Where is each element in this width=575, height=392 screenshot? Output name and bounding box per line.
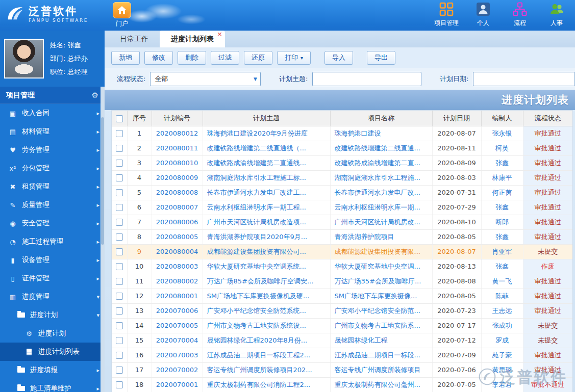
sidebar-item-lease[interactable]: ✖租赁管理▸ xyxy=(0,177,105,196)
row-checkbox[interactable] xyxy=(116,322,123,329)
row-checkbox[interactable] xyxy=(116,174,123,181)
tab-progress-plan-list[interactable]: 进度计划列表 × xyxy=(160,31,225,47)
plan-subject-link[interactable]: SM广场地下车库更换摄像机及硬... xyxy=(207,292,310,300)
row-checkbox[interactable] xyxy=(116,219,123,226)
row-checkbox[interactable] xyxy=(116,204,123,211)
row-checkbox[interactable] xyxy=(116,233,123,241)
sidebar-scrollbar[interactable] xyxy=(101,87,105,392)
plan-subject-link[interactable]: 晟铭园林绿化工程2020年8月份... xyxy=(207,336,308,344)
date-filter-input[interactable] xyxy=(473,72,575,86)
plan-subject-link[interactable]: 华软大厦研究基地中央空调系统... xyxy=(207,263,306,270)
table-row[interactable]: 72020080006广州市天河区统计局机房改造项...广州市天河区统计局机房改… xyxy=(112,215,572,229)
subject-filter-input[interactable] xyxy=(312,72,421,86)
table-row[interactable]: 152020070004晟铭园林绿化工程2020年8月份...晟铭园林绿化工程2… xyxy=(112,333,572,348)
table-row[interactable]: 62020080007云南水利枢纽潜明水库一期工程...云南水利枢纽潜明水库一期… xyxy=(112,200,572,215)
plan-subject-link[interactable]: 云南水利枢纽潜明水库一期工程... xyxy=(207,203,306,211)
plan-subject-link[interactable]: 广州市文物考古工地安防系统设... xyxy=(207,322,306,329)
import-button[interactable]: 导入 xyxy=(324,51,353,65)
row-checkbox[interactable] xyxy=(116,160,123,167)
plan-code-link[interactable]: 2020070005 xyxy=(156,322,198,329)
filter-button[interactable]: 过滤 xyxy=(211,51,239,65)
sidebar-scrollbar-thumb[interactable] xyxy=(101,117,104,245)
table-row[interactable]: 22020080011改建铁路线增建第二线直通线（...改建铁路线增建第二线直通… xyxy=(112,141,572,155)
row-checkbox[interactable] xyxy=(116,189,123,196)
nav-personal[interactable]: 个人 xyxy=(469,2,497,28)
row-checkbox[interactable] xyxy=(116,293,123,300)
sidebar-item-quality[interactable]: ✎质量管理▸ xyxy=(0,196,105,214)
portal-button[interactable]: 门户 xyxy=(110,2,134,28)
plan-code-link[interactable]: 2020080006 xyxy=(156,218,198,226)
plan-code-link[interactable]: 2020080001 xyxy=(156,292,198,300)
sidebar-item-progress-report[interactable]: 进度填报▸ xyxy=(0,361,105,379)
plan-subject-link[interactable]: 青海洪湖养护院项目2020年9月... xyxy=(207,233,308,241)
table-row[interactable]: 92020080004成都能源建设集团投资有限公司...成都能源建设集团投资有限… xyxy=(112,244,572,259)
sidebar-item-progress-plan-list[interactable]: 进度计划列表 xyxy=(0,343,105,361)
sidebar-item-progress-mgmt[interactable]: ▥进度管理▾ xyxy=(0,288,105,306)
plan-code-link[interactable]: 2020080004 xyxy=(156,248,198,255)
row-checkbox[interactable] xyxy=(116,367,123,374)
gear-icon[interactable]: ⚙ xyxy=(92,91,98,100)
nav-workflow[interactable]: 流程 xyxy=(506,2,534,28)
tab-daily-work[interactable]: 日常工作 xyxy=(109,31,160,47)
row-checkbox[interactable] xyxy=(116,278,123,285)
delete-button[interactable]: 删除 xyxy=(178,51,206,65)
table-row[interactable]: 42020080009湖南洞庭湖水库引水工程施工标...湖南洞庭湖水库引水工程施… xyxy=(112,170,572,185)
plan-code-link[interactable]: 2020080008 xyxy=(156,189,198,196)
restore-button[interactable]: 还原 xyxy=(244,51,272,65)
nav-hr[interactable]: 人事 xyxy=(542,2,571,28)
row-checkbox[interactable] xyxy=(116,352,123,359)
nav-project-management[interactable]: 项目管理 xyxy=(432,2,461,28)
table-row[interactable]: 32020080010改建铁路成渝线增建第二直通线...改建铁路成渝线增建第二直… xyxy=(112,155,572,170)
sidebar-item-construction-process[interactable]: ◔施工过程管理▸ xyxy=(0,232,105,251)
plan-code-link[interactable]: 2020080009 xyxy=(156,174,198,181)
table-row[interactable]: 182020070001重庆太极制药有限公司消防工程2...重庆太极制药有限公司… xyxy=(112,377,572,392)
close-icon[interactable]: × xyxy=(217,31,222,37)
sidebar-item-labor[interactable]: ♥劳务管理▸ xyxy=(0,141,105,159)
plan-subject-link[interactable]: 广州市天河区统计局机房改造项... xyxy=(207,218,306,226)
table-row[interactable]: 112020080002万达广场85#会所及咖啡厅空调安...万达广场35#会所… xyxy=(112,274,572,289)
plan-subject-link[interactable]: 客运专线广州调度所装修项目202... xyxy=(207,366,312,374)
plan-code-link[interactable]: 2020070006 xyxy=(156,307,198,315)
plan-subject-link[interactable]: 江苏成品油二期项目一标段工程2... xyxy=(207,351,311,359)
status-filter-select[interactable]: 全部 ▼ xyxy=(150,72,261,86)
sidebar-item-income-contract[interactable]: ▣收入合同▸ xyxy=(0,104,105,122)
plan-code-link[interactable]: 2020080005 xyxy=(156,233,198,241)
row-checkbox[interactable] xyxy=(116,307,123,315)
sidebar-item-safety[interactable]: ◉安全管理▸ xyxy=(0,214,105,232)
add-button[interactable]: 新增 xyxy=(111,51,140,65)
table-row[interactable]: 172020070002客运专线广州调度所装修项目202...客运专线广州调度所… xyxy=(112,362,572,377)
table-row[interactable]: 142020070005广州市文物考古工地安防系统设...广州市文物考古工地安防… xyxy=(112,318,572,333)
plan-code-link[interactable]: 2020080003 xyxy=(156,263,198,270)
plan-code-link[interactable]: 2020070002 xyxy=(156,366,198,374)
print-button[interactable]: 打印▾ xyxy=(277,51,311,65)
plan-code-link[interactable]: 2020080010 xyxy=(156,159,198,167)
sidebar-item-progress-plan[interactable]: ⚙进度计划 xyxy=(0,324,105,343)
row-checkbox[interactable] xyxy=(116,263,123,270)
plan-code-link[interactable]: 2020080002 xyxy=(156,277,198,285)
modify-button[interactable]: 修改 xyxy=(144,51,173,65)
plan-subject-link[interactable]: 珠海鹤港口建设2020年9月份进度 xyxy=(207,129,308,137)
table-row[interactable]: 12020080012珠海鹤港口建设2020年9月份进度珠海鹤港口建设2020-… xyxy=(112,126,572,141)
sidebar-item-construction-list[interactable]: 施工清单维护▸ xyxy=(0,379,105,392)
sidebar-item-subcontract[interactable]: x²分包管理▸ xyxy=(0,159,105,177)
plan-subject-link[interactable]: 重庆太极制药有限公司消防工程2... xyxy=(207,381,311,388)
row-checkbox[interactable] xyxy=(116,381,123,388)
plan-subject-link[interactable]: 改建铁路线增建第二线直通线（... xyxy=(207,144,306,152)
table-row[interactable]: 132020070006广安邓小平纪念馆安全防范系统...广安邓小平纪念馆安全防… xyxy=(112,303,572,318)
row-checkbox[interactable] xyxy=(116,130,123,137)
plan-subject-link[interactable]: 成都能源建设集团投资有限公司... xyxy=(207,248,306,255)
sidebar-item-material[interactable]: ▤材料管理▸ xyxy=(0,122,105,141)
table-row[interactable]: 122020080001SM广场地下车库更换摄像机及硬...SM广场地下车库更换… xyxy=(112,289,572,303)
row-checkbox[interactable] xyxy=(116,145,123,152)
plan-subject-link[interactable]: 万达广场85#会所及咖啡厅空调安... xyxy=(207,277,314,285)
plan-code-link[interactable]: 2020080011 xyxy=(156,144,198,152)
plan-subject-link[interactable]: 长春市伊通河水力发电厂改建工... xyxy=(207,189,306,196)
plan-subject-link[interactable]: 广安邓小平纪念馆安全防范系统... xyxy=(207,307,306,315)
table-row[interactable]: 52020080008长春市伊通河水力发电厂改建工...长春市伊通河水力发电厂改… xyxy=(112,185,572,200)
row-checkbox[interactable] xyxy=(116,248,123,255)
select-all-checkbox[interactable] xyxy=(116,115,123,122)
sidebar-item-equipment[interactable]: ▮设备管理▸ xyxy=(0,251,105,269)
table-row[interactable]: 82020080005青海洪湖养护院项目2020年9月...青海洪湖养护院项目2… xyxy=(112,229,572,244)
plan-code-link[interactable]: 2020070004 xyxy=(156,336,198,344)
plan-code-link[interactable]: 2020070001 xyxy=(156,381,198,388)
